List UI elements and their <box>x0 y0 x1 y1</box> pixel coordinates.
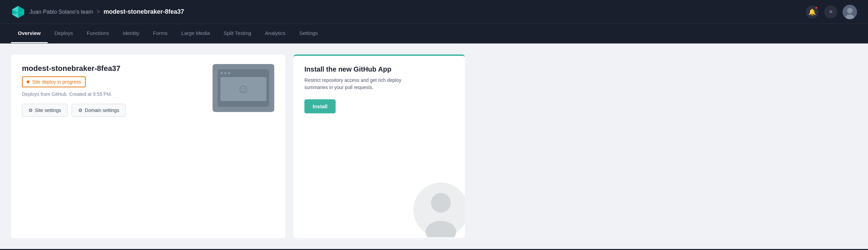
site-card: modest-stonebraker-8fea37 Site deploy in… <box>11 54 285 238</box>
close-icon: ✕ <box>829 9 833 15</box>
browser-dot-3 <box>228 72 230 74</box>
browser-bar <box>220 72 266 74</box>
site-settings-label: Site settings <box>35 108 61 113</box>
github-card-title: Install the new GitHub App <box>304 65 454 73</box>
smiley-face-icon: ☺ <box>237 82 250 96</box>
domain-settings-button[interactable]: ⚙ Domain settings <box>72 104 125 117</box>
close-button[interactable]: ✕ <box>824 5 837 18</box>
install-button[interactable]: Install <box>304 99 336 113</box>
header: Juan Pablo Solano's team > modest-stoneb… <box>0 0 868 24</box>
browser-mockup: ☺ <box>218 69 269 107</box>
avatar-image <box>843 5 857 19</box>
github-bg-icon <box>413 183 465 238</box>
tab-overview[interactable]: Overview <box>11 24 48 43</box>
tab-functions[interactable]: Functions <box>80 24 116 43</box>
notifications-button[interactable]: 🔔 <box>806 5 819 18</box>
browser-dot-1 <box>220 72 223 74</box>
site-title: modest-stonebraker-8fea37 <box>22 64 202 73</box>
breadcrumb-separator: > <box>96 8 100 15</box>
site-actions: ⚙ Site settings ⚙ Domain settings <box>22 104 202 117</box>
gear-icon-site: ⚙ <box>28 108 33 113</box>
team-name: Juan Pablo Solano's team <box>29 9 93 15</box>
tab-forms[interactable]: Forms <box>146 24 174 43</box>
deploy-meta: Deploys from GitHub. Created at 9:55 PM. <box>22 91 202 97</box>
github-card-description: Restrict repository access and get rich … <box>304 77 454 91</box>
tab-split-testing[interactable]: Split Testing <box>217 24 258 43</box>
netlify-logo-icon <box>11 5 25 19</box>
bell-icon: 🔔 <box>808 8 816 16</box>
svg-point-8 <box>847 8 853 13</box>
notification-badge <box>815 6 818 10</box>
tab-identity[interactable]: Identity <box>116 24 146 43</box>
header-actions: 🔔 ✕ <box>806 5 857 19</box>
deploy-status-badge: Site deploy in progress <box>22 76 86 87</box>
site-settings-button[interactable]: ⚙ Site settings <box>22 104 68 117</box>
avatar[interactable] <box>843 5 857 19</box>
main-content: modest-stonebraker-8fea37 Site deploy in… <box>0 43 868 249</box>
browser-body: ☺ <box>220 77 266 101</box>
nav-tabs: Overview Deploys Functions Identity Form… <box>0 24 868 43</box>
tab-analytics[interactable]: Analytics <box>258 24 292 43</box>
domain-settings-label: Domain settings <box>85 108 119 113</box>
tab-deploys[interactable]: Deploys <box>48 24 80 43</box>
site-preview: ☺ <box>213 64 274 112</box>
tab-settings[interactable]: Settings <box>292 24 325 43</box>
github-card: Install the new GitHub App Restrict repo… <box>293 54 465 238</box>
site-info: modest-stonebraker-8fea37 Site deploy in… <box>22 64 202 117</box>
svg-point-11 <box>431 193 451 213</box>
tab-large-media[interactable]: Large Media <box>174 24 217 43</box>
gear-icon-domain: ⚙ <box>78 108 83 113</box>
logo-area: Juan Pablo Solano's team > modest-stoneb… <box>11 5 184 19</box>
site-name: modest-stonebraker-8fea37 <box>104 8 184 15</box>
breadcrumb: Juan Pablo Solano's team > modest-stoneb… <box>29 8 184 15</box>
deploy-status-text: Site deploy in progress <box>32 79 81 85</box>
user-avatar-svg <box>843 5 857 19</box>
browser-dot-2 <box>224 72 227 74</box>
status-dot <box>27 80 29 83</box>
